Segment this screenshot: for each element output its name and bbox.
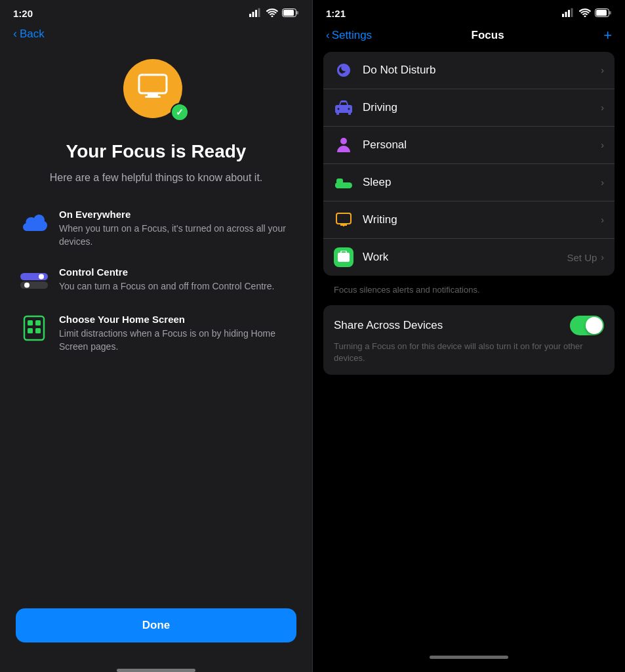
status-icons-right: [562, 8, 612, 19]
svg-rect-20: [565, 12, 567, 17]
focus-item-work[interactable]: Work Set Up ›: [323, 239, 615, 276]
svg-rect-25: [596, 10, 607, 16]
feature-text-control: Control Centre You can turn a Focus on a…: [59, 266, 292, 293]
back-label: Back: [20, 28, 45, 41]
hero-icon-container: ✓: [123, 59, 189, 125]
share-row: Share Across Devices: [334, 316, 604, 335]
svg-rect-19: [562, 14, 564, 17]
work-icon: [334, 247, 353, 267]
do-not-disturb-icon: [334, 60, 353, 80]
driving-label: Driving: [363, 101, 601, 114]
signal-icon: [249, 8, 262, 19]
hero-subtitle: Here are a few helpful things to know ab…: [50, 171, 263, 185]
svg-rect-30: [336, 213, 351, 224]
home-indicator-right: [430, 656, 508, 659]
share-toggle[interactable]: [570, 316, 604, 335]
chevron-right-icon-1: ›: [601, 65, 604, 75]
feature-text-everywhere: On Everywhere When you turn on a Focus, …: [59, 209, 292, 248]
focus-item-sleep[interactable]: Sleep ›: [323, 164, 615, 201]
feature-desc-control: You can turn a Focus on and off from Con…: [59, 280, 292, 293]
driving-icon: [334, 98, 353, 117]
chevron-right-icon-2: ›: [601, 102, 604, 113]
feature-home-screen: Choose Your Home Screen Limit distractio…: [20, 314, 292, 353]
focus-item-do-not-disturb[interactable]: Do Not Disturb ›: [323, 52, 615, 89]
plus-button[interactable]: +: [603, 27, 612, 44]
left-content: ✓ Your Focus is Ready Here are a few hel…: [0, 46, 312, 595]
nav-bar-right: ‹ Settings Focus +: [313, 22, 625, 52]
home-indicator-left: [117, 669, 195, 672]
svg-rect-2: [255, 10, 257, 17]
svg-rect-6: [283, 10, 294, 16]
svg-rect-5: [296, 11, 298, 14]
time-right: 1:21: [326, 8, 346, 19]
settings-back-button[interactable]: ‹ Settings: [326, 29, 372, 42]
checkmark-badge: ✓: [171, 103, 189, 121]
features-list: On Everywhere When you turn on a Focus, …: [20, 209, 292, 353]
focus-list: Do Not Disturb › Driving › Personal ›: [323, 52, 615, 276]
hero-title: Your Focus is Ready: [66, 140, 247, 163]
back-button[interactable]: ‹ Back: [13, 27, 299, 41]
focus-caption: Focus silences alerts and notifications.: [323, 281, 615, 305]
right-panel: 1:21 ‹ Settings Focus +: [313, 0, 625, 672]
writing-label: Writing: [363, 213, 601, 226]
chevron-right-icon-5: ›: [601, 215, 604, 225]
sleep-label: Sleep: [363, 176, 601, 189]
settings-back-label: Settings: [332, 29, 372, 42]
svg-rect-17: [28, 328, 33, 333]
wifi-icon: [266, 8, 278, 19]
right-bottom: [313, 644, 625, 672]
feature-control-centre: Control Centre You can turn a Focus on a…: [20, 266, 292, 295]
svg-rect-3: [258, 9, 260, 18]
svg-rect-7: [139, 75, 167, 93]
work-set-up-label: Set Up: [567, 252, 597, 263]
sleep-icon: [334, 173, 353, 192]
cloud-icon: [20, 209, 49, 238]
wifi-icon-right: [579, 8, 591, 19]
svg-rect-9: [145, 96, 161, 98]
svg-rect-14: [24, 316, 44, 340]
svg-rect-8: [148, 93, 158, 96]
svg-point-11: [39, 274, 44, 280]
svg-rect-33: [338, 253, 350, 262]
status-bar-left: 1:20: [0, 0, 312, 22]
feature-title-control: Control Centre: [59, 266, 292, 278]
toggle-icon: [20, 266, 49, 295]
feature-on-everywhere: On Everywhere When you turn on a Focus, …: [20, 209, 292, 248]
do-not-disturb-label: Do Not Disturb: [363, 64, 601, 77]
svg-rect-22: [571, 9, 573, 18]
focus-item-personal[interactable]: Personal ›: [323, 127, 615, 164]
svg-rect-1: [252, 12, 254, 17]
toggle-knob: [586, 317, 603, 334]
work-label: Work: [363, 251, 567, 264]
focus-item-driving[interactable]: Driving ›: [323, 89, 615, 127]
share-section: Share Across Devices Turning a Focus on …: [323, 305, 615, 375]
svg-rect-29: [336, 178, 343, 184]
battery-icon: [282, 8, 299, 19]
status-bar-right: 1:21: [313, 0, 625, 22]
svg-rect-18: [35, 328, 41, 333]
feature-desc-homescreen: Limit distractions when a Focus is on by…: [59, 327, 292, 353]
chevron-right-icon-3: ›: [601, 140, 604, 150]
writing-icon: [334, 210, 353, 230]
chevron-right-icon-6: ›: [601, 252, 604, 262]
right-content: Do Not Disturb › Driving › Personal ›: [313, 52, 625, 644]
chevron-left-icon: ‹: [13, 27, 17, 41]
battery-icon-right: [595, 8, 612, 19]
personal-label: Personal: [363, 138, 601, 152]
chevron-right-icon-4: ›: [601, 177, 604, 188]
personal-icon: [334, 135, 353, 155]
chevron-left-icon-right: ‹: [326, 29, 330, 42]
done-button[interactable]: Done: [16, 608, 296, 642]
status-icons-left: [249, 8, 299, 19]
svg-rect-21: [568, 10, 570, 17]
svg-rect-15: [28, 320, 33, 326]
signal-icon-right: [562, 8, 575, 19]
feature-desc-everywhere: When you turn on a Focus, it's turned on…: [59, 222, 292, 248]
svg-point-13: [24, 283, 30, 288]
monitor-icon: [136, 73, 169, 105]
feature-title-homescreen: Choose Your Home Screen: [59, 314, 292, 325]
svg-point-26: [340, 138, 347, 144]
feature-title-everywhere: On Everywhere: [59, 209, 292, 220]
svg-rect-0: [249, 14, 251, 17]
focus-item-writing[interactable]: Writing ›: [323, 201, 615, 239]
